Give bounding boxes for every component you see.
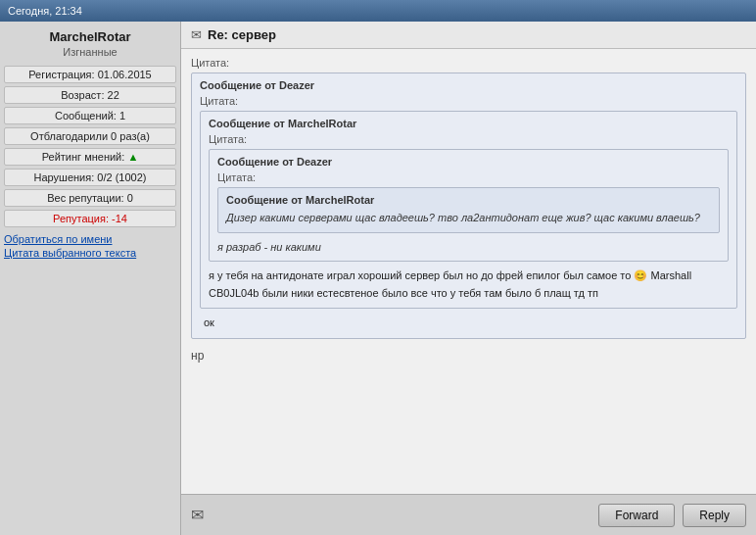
quote3-label: Цитата:	[209, 133, 729, 145]
quote3-text: я разраб - ни какими	[217, 239, 720, 256]
message-title: Re: сервер	[208, 27, 276, 42]
content-area: ✉ Re: сервер Цитата: Сообщение от Deazer…	[181, 22, 756, 535]
quote3-from: Сообщение от Deazer	[217, 156, 720, 168]
main-text: я у тебя на антидонате играл хороший сер…	[209, 268, 729, 302]
sidebar-thanks: Отблагодарили 0 раз(а)	[4, 127, 176, 145]
contact-link[interactable]: Обратиться по имени	[4, 233, 176, 245]
reply-button[interactable]: Reply	[683, 504, 746, 527]
quote-link[interactable]: Цитата выбранного текста	[4, 247, 176, 259]
message-body: Цитата: Сообщение от Deazer Цитата: Сооб…	[181, 49, 756, 494]
titlebar-label: Сегодня, 21:34	[8, 5, 82, 17]
quote2-from: Сообщение от MarchelRotar	[209, 118, 729, 129]
titlebar: Сегодня, 21:34	[0, 0, 756, 22]
quote4-text: Дизер какими серверами щас владеешь? тво…	[226, 210, 711, 226]
quote1-box: Сообщение от Deazer Цитата: Сообщение от…	[191, 73, 746, 339]
sidebar-rep-weight: Вес репутации: 0	[4, 189, 176, 207]
sidebar-role: Изгнанные	[4, 46, 176, 58]
quote2-label: Цитата:	[200, 95, 737, 107]
forward-button[interactable]: Forward	[598, 504, 675, 527]
quote4-from: Сообщение от MarchelRotar	[226, 194, 711, 206]
quote4-label: Цитата:	[217, 171, 720, 183]
sidebar-links: Обратиться по имени Цитата выбранного те…	[4, 233, 176, 259]
quote4-box: Сообщение от MarchelRotar Дизер какими с…	[217, 187, 720, 233]
quote1-label: Цитата:	[191, 57, 746, 69]
quote3-box: Сообщение от Deazer Цитата: Сообщение от…	[209, 149, 729, 262]
sidebar-violations: Нарушения: 0/2 (1002)	[4, 169, 176, 186]
sidebar-reputation: Репутация: -14	[4, 210, 176, 227]
sidebar-rating: Рейтинг мнений: ▲	[4, 148, 176, 166]
sidebar-age: Возраст: 22	[4, 86, 176, 104]
footer: ✉ Forward Reply	[181, 494, 756, 535]
quote2-box: Сообщение от MarchelRotar Цитата: Сообще…	[200, 111, 737, 309]
footer-left: ✉	[191, 506, 204, 524]
mail-icon: ✉	[191, 506, 204, 524]
sidebar-messages: Сообщений: 1	[4, 107, 176, 124]
sidebar-username: MarchelRotar	[4, 29, 176, 44]
sidebar: MarchelRotar Изгнанные Регистрация: 01.0…	[0, 22, 181, 535]
np-text: нр	[191, 345, 746, 366]
quote1-from: Сообщение от Deazer	[200, 79, 737, 91]
message-header: ✉ Re: сервер	[181, 22, 756, 49]
reply-icon: ✉	[191, 27, 202, 42]
rating-icon: ▲	[127, 151, 138, 163]
reply-text: ок	[200, 315, 737, 332]
sidebar-registration: Регистрация: 01.06.2015	[4, 66, 176, 83]
